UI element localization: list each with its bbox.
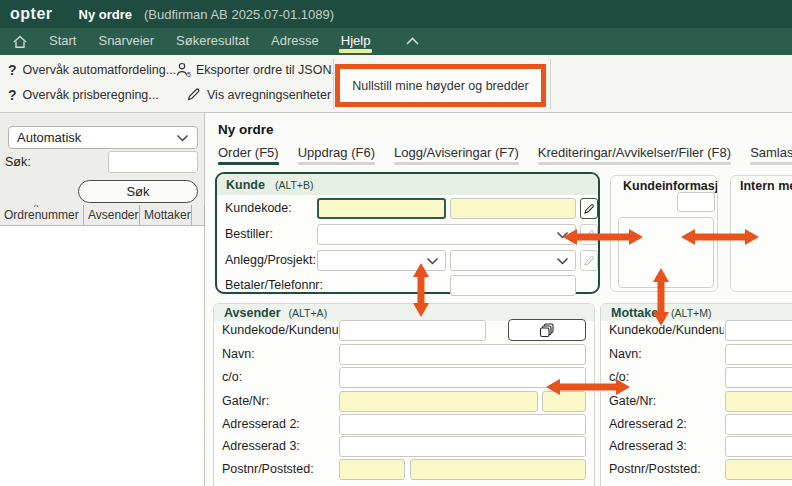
menu-item-adresse[interactable]: Adresse bbox=[260, 28, 330, 55]
mottaker-postnr-label: Postnr/Poststed: bbox=[609, 462, 701, 476]
group-mottaker-title: Mottaker bbox=[611, 306, 663, 320]
betaler-telefonnr-label: Betaler/Telefonnr: bbox=[225, 278, 323, 292]
pencil-icon bbox=[583, 255, 595, 267]
intern-melding-title: Intern mel bbox=[731, 176, 792, 193]
copy-address-button[interactable] bbox=[508, 319, 586, 341]
toolbar: ? Overvåk automatfordeling... ? Overvåk … bbox=[0, 55, 792, 113]
tab-strip: Order (F5) Uppdrag (F6) Logg/Aviseringar… bbox=[218, 145, 792, 165]
chevron-up-icon[interactable] bbox=[405, 37, 420, 46]
group-kunde: Kunde (ALT+B) Kundekode: Bestiller: Anle… bbox=[215, 172, 600, 294]
group-kunde-shortcut: (ALT+B) bbox=[275, 179, 314, 191]
avsender-gate-input[interactable] bbox=[339, 391, 538, 412]
reset-layout-button[interactable]: Nullstill mine høyder og bredder bbox=[352, 79, 528, 93]
tab-krediteringar[interactable]: Krediteringar/Avvikelser/Filer (F8) bbox=[538, 145, 731, 165]
search-button[interactable]: Søk bbox=[78, 180, 198, 203]
avsender-kundekode-input[interactable] bbox=[339, 320, 486, 341]
group-kunde-header: Kunde (ALT+B) bbox=[217, 174, 598, 195]
column-header-ordrenummer[interactable]: ^ Ordrenummer bbox=[0, 205, 84, 225]
menu-item-hjelp[interactable]: Hjelp bbox=[330, 28, 382, 55]
kundekode-label: Kundekode: bbox=[225, 201, 292, 215]
group-mottaker-shortcut: (ALT+M) bbox=[671, 307, 711, 319]
toolbar-label: Overvåk automatfordeling... bbox=[23, 63, 177, 77]
mottaker-adresserad2-input[interactable] bbox=[725, 414, 792, 435]
window-subtitle: (Budfirman AB 2025.07-01.1089) bbox=[144, 7, 334, 22]
group-kundeinformasjon: Kundeinformasjo bbox=[610, 175, 718, 292]
pencil-icon bbox=[583, 203, 595, 215]
copy-stack-icon bbox=[539, 323, 555, 338]
toolbar-item-vis-avregningsenheter[interactable]: Vis avregningsenheter bbox=[186, 87, 331, 102]
avsender-navn-label: Navn: bbox=[222, 347, 255, 361]
toolbar-separator bbox=[550, 59, 551, 109]
mottaker-co-input[interactable] bbox=[725, 367, 792, 388]
group-kunde-title: Kunde bbox=[226, 178, 265, 192]
toolbar-item-eksporter-json[interactable]: 5 Eksporter ordre til JSON... bbox=[176, 62, 342, 77]
bestiller-dropdown[interactable] bbox=[317, 224, 576, 245]
avsender-gatenr-input[interactable] bbox=[542, 391, 586, 412]
edit-kunde-button[interactable] bbox=[580, 198, 598, 219]
mottaker-kundekode-input[interactable] bbox=[725, 320, 792, 341]
edit-anlegg-button bbox=[580, 250, 598, 271]
result-table-header: ^ Ordrenummer Avsender Mottaker bbox=[0, 205, 205, 226]
search-input[interactable] bbox=[108, 151, 198, 173]
question-icon: ? bbox=[8, 87, 17, 103]
tab-uppdrag[interactable]: Uppdrag (F6) bbox=[298, 145, 375, 165]
kundekode-name-input[interactable] bbox=[450, 198, 576, 219]
group-avsender-title: Avsender bbox=[224, 306, 281, 320]
person-icon: 5 bbox=[176, 62, 190, 77]
prosjekt-dropdown[interactable] bbox=[450, 250, 576, 271]
mottaker-adresserad3-label: Adresserad 3: bbox=[609, 439, 687, 453]
annotation-highlight-rect: Nullstill mine høyder og bredder bbox=[335, 64, 546, 107]
mottaker-gate-input[interactable] bbox=[725, 391, 792, 412]
avsender-adresserad2-input[interactable] bbox=[339, 414, 586, 435]
tab-order[interactable]: Order (F5) bbox=[218, 145, 279, 165]
menu-item-start[interactable]: Start bbox=[38, 28, 87, 55]
tab-samlast[interactable]: Samlast bbox=[750, 145, 792, 165]
avsender-gate-label: Gate/Nr: bbox=[222, 394, 269, 408]
opter-app-window: opter Ny ordre (Budfirman AB 2025.07-01.… bbox=[0, 0, 792, 486]
toolbar-item-overvak-automatfordeling[interactable]: ? Overvåk automatfordeling... bbox=[8, 62, 176, 78]
kundeinformasjon-small-input[interactable] bbox=[677, 192, 715, 212]
avsender-co-input[interactable] bbox=[339, 367, 586, 388]
betaler-telefonnr-input[interactable] bbox=[450, 275, 576, 296]
menu-item-sokeresultat[interactable]: Søkeresultat bbox=[165, 28, 260, 55]
column-header-partial[interactable] bbox=[192, 205, 205, 225]
page-title: Ny ordre bbox=[218, 122, 274, 137]
mottaker-navn-input[interactable] bbox=[725, 344, 792, 365]
chevron-down-icon bbox=[556, 257, 569, 265]
window-title: Ny ordre bbox=[79, 7, 132, 22]
chevron-down-icon bbox=[426, 257, 439, 265]
column-header-avsender[interactable]: Avsender bbox=[84, 205, 140, 225]
search-sidebar: Automatisk Søk: Søk ^ Ordrenummer Avsend… bbox=[0, 113, 205, 486]
group-mottaker-header: Mottaker (ALT+M) bbox=[601, 304, 792, 321]
avsender-postnr-input[interactable] bbox=[339, 459, 405, 480]
anlegg-dropdown[interactable] bbox=[317, 250, 446, 271]
avsender-kundekode-label: Kundekode/Kundenum bbox=[222, 323, 338, 337]
kundeinformasjon-textarea[interactable] bbox=[618, 217, 714, 288]
group-mottaker: Mottaker (ALT+M) Kundekode/Kundenum Navn… bbox=[600, 303, 792, 486]
avsender-postnr-label: Postnr/Poststed: bbox=[222, 462, 314, 476]
sort-caret-icon: ^ bbox=[34, 205, 38, 212]
toolbar-item-overvak-prisberegning[interactable]: ? Overvåk prisberegning... bbox=[8, 87, 159, 103]
kundekode-input[interactable] bbox=[317, 198, 446, 219]
mottaker-navn-label: Navn: bbox=[609, 347, 642, 361]
group-avsender: Avsender (ALT+A) Kundekode/Kundenum Navn… bbox=[213, 303, 595, 486]
menu-item-snarveier[interactable]: Snarveier bbox=[87, 28, 165, 55]
column-header-mottaker[interactable]: Mottaker bbox=[140, 205, 192, 225]
mottaker-adresserad2-label: Adresserad 2: bbox=[609, 417, 687, 431]
title-bar: opter Ny ordre (Budfirman AB 2025.07-01.… bbox=[0, 0, 792, 28]
tab-logg-aviseringar[interactable]: Logg/Aviseringar (F7) bbox=[394, 145, 519, 165]
anlegg-prosjekt-label: Anlegg/Prosjekt: bbox=[225, 253, 316, 267]
result-table-body[interactable] bbox=[0, 226, 204, 486]
mottaker-adresserad3-input[interactable] bbox=[725, 436, 792, 457]
chevron-down-icon bbox=[556, 231, 569, 239]
toolbar-label: Overvåk prisberegning... bbox=[23, 88, 159, 102]
kundeinformasjon-title: Kundeinformasjo bbox=[611, 176, 717, 193]
search-type-dropdown[interactable]: Automatisk bbox=[8, 126, 198, 149]
avsender-adresserad3-input[interactable] bbox=[339, 436, 586, 457]
avsender-poststed-input[interactable] bbox=[410, 459, 586, 480]
home-icon[interactable] bbox=[12, 34, 28, 50]
mottaker-postnr-input[interactable] bbox=[725, 459, 792, 480]
avsender-adresserad3-label: Adresserad 3: bbox=[222, 439, 300, 453]
group-intern-melding: Intern mel bbox=[730, 175, 792, 292]
avsender-navn-input[interactable] bbox=[339, 344, 586, 365]
